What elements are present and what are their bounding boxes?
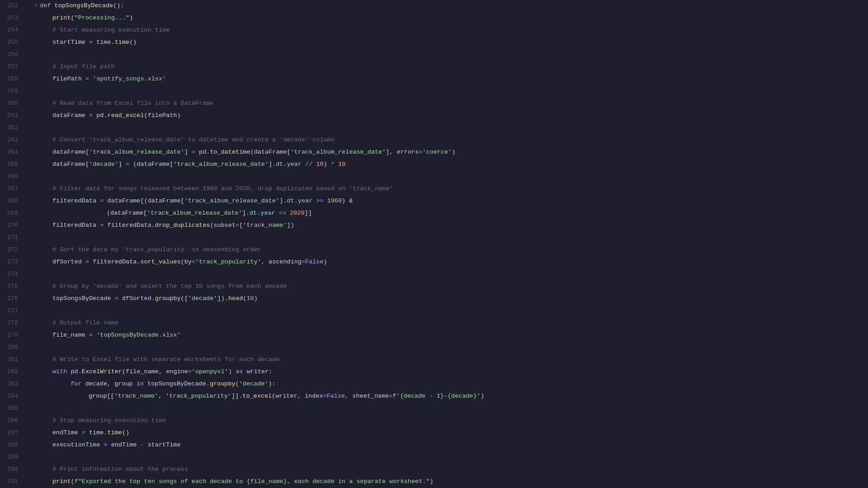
code-line: 270filteredData = filteredData.drop_dupl… — [0, 220, 484, 232]
code-line: 257# Input file path — [0, 61, 484, 73]
line-code: topSongsByDecade = dfSorted.groupby(['de… — [27, 294, 258, 303]
code-line: 276topSongsByDecade = dfSorted.groupby([… — [0, 293, 484, 305]
code-line: 267# Filter data for songs released betw… — [0, 183, 484, 195]
line-number: 284 — [0, 392, 27, 401]
line-code: # Write to Excel file with separate work… — [27, 355, 279, 364]
line-number: 282 — [0, 367, 27, 376]
code-line: 261dataFrame = pd.read_excel(filePath) — [0, 110, 484, 122]
line-number: 255 — [0, 38, 27, 47]
line-number: 281 — [0, 355, 27, 364]
line-number: 259 — [0, 87, 27, 96]
line-code: filteredData = filteredData.drop_duplica… — [27, 221, 294, 230]
code-line: 258filePath = 'spotify_songs.xlsx' — [0, 73, 484, 85]
line-number: 269 — [0, 209, 27, 218]
code-lines: 252▾def topSongsByDecade():253print("Pro… — [0, 0, 484, 488]
code-line: 268filteredData = dataFrame[(dataFrame['… — [0, 195, 484, 207]
line-number: 289 — [0, 453, 27, 462]
line-code: (dataFrame['track_album_release_date'].d… — [27, 209, 312, 218]
line-code: ▾def topSongsByDecade(): — [27, 1, 124, 10]
code-line: 287endTime = time.time() — [0, 427, 484, 439]
line-code: filteredData = dataFrame[(dataFrame['tra… — [27, 197, 353, 206]
line-number: 262 — [0, 123, 27, 132]
line-number: 272 — [0, 245, 27, 254]
line-number: 253 — [0, 14, 27, 23]
code-line: 266 — [0, 171, 484, 183]
line-code: print(f"Exported the top ten songs of ea… — [27, 477, 434, 486]
code-line: 288executionTime = endTime - startTime — [0, 439, 484, 451]
code-line: 259 — [0, 85, 484, 98]
line-number: 274 — [0, 270, 27, 279]
line-code: # Convert 'track_album_release_date' to … — [27, 136, 335, 145]
line-code: # Read data from Excel file into a DataF… — [27, 99, 213, 108]
line-number: 273 — [0, 258, 27, 267]
line-code: # Print information about the process — [27, 465, 188, 474]
code-line: 283for decade, group in topSongsByDecade… — [0, 378, 484, 390]
code-line: 264dataFrame['track_album_release_date']… — [0, 146, 484, 159]
line-number: 288 — [0, 441, 27, 450]
line-code: dataFrame['decade'] = (dataFrame['track_… — [27, 160, 345, 169]
line-number: 252 — [0, 1, 27, 10]
line-code: with pd.ExcelWriter(file_name, engine='o… — [27, 367, 272, 376]
line-code: # Filter data for songs released between… — [27, 184, 393, 193]
code-line: 272# Sort the data by 'track_popularity'… — [0, 244, 484, 256]
code-line: 255startTime = time.time() — [0, 37, 484, 49]
line-number: 256 — [0, 50, 27, 59]
line-number: 276 — [0, 294, 27, 303]
line-code: # Input file path — [27, 62, 115, 71]
line-number: 287 — [0, 428, 27, 437]
line-code: # Sort the data by 'track_popularity' in… — [27, 245, 261, 254]
line-number: 286 — [0, 416, 27, 425]
line-number: 279 — [0, 331, 27, 340]
code-line: 279file_name = 'topSongsByDecade.xlsx' — [0, 329, 484, 342]
line-code: endTime = time.time() — [27, 428, 129, 437]
code-line: 269(dataFrame['track_album_release_date'… — [0, 207, 484, 220]
code-line: 263# Convert 'track_album_release_date' … — [0, 134, 484, 146]
line-number: 260 — [0, 99, 27, 108]
line-number: 270 — [0, 221, 27, 230]
code-line: 278# Output file name — [0, 317, 484, 329]
line-number: 267 — [0, 184, 27, 193]
code-line: 271 — [0, 232, 484, 244]
line-number: 285 — [0, 404, 27, 413]
line-number: 258 — [0, 75, 27, 84]
code-line: 285 — [0, 403, 484, 415]
line-number: 263 — [0, 136, 27, 145]
code-editor: 252▾def topSongsByDecade():253print("Pro… — [0, 0, 868, 488]
line-number: 265 — [0, 160, 27, 169]
line-code: dataFrame['track_album_release_date'] = … — [27, 148, 455, 157]
line-number: 254 — [0, 26, 27, 35]
line-code: file_name = 'topSongsByDecade.xlsx' — [27, 331, 181, 340]
code-line: 274 — [0, 268, 484, 281]
line-code: group[['track_name', 'track_popularity']… — [27, 392, 484, 401]
line-code: # Output file name — [27, 319, 118, 328]
line-number: 257 — [0, 62, 27, 71]
line-number: 264 — [0, 148, 27, 157]
line-number: 280 — [0, 343, 27, 352]
code-line: 284group[['track_name', 'track_popularit… — [0, 390, 484, 403]
line-code: dataFrame = pd.read_excel(filePath) — [27, 111, 181, 120]
code-line: 286# Stop measuring execution time — [0, 415, 484, 427]
line-number: 277 — [0, 306, 27, 315]
line-number: 271 — [0, 233, 27, 242]
line-code: dfSorted = filteredData.sort_values(by='… — [27, 258, 327, 267]
line-number: 275 — [0, 282, 27, 291]
code-line: 291print(f"Exported the top ten songs of… — [0, 476, 484, 488]
code-line: 273dfSorted = filteredData.sort_values(b… — [0, 256, 484, 268]
code-line: 256 — [0, 49, 484, 61]
code-line: 252▾def topSongsByDecade(): — [0, 0, 484, 12]
code-line: 280 — [0, 342, 484, 354]
line-code: # Group by 'decade' and select the top 1… — [27, 282, 287, 291]
code-line: 277 — [0, 305, 484, 317]
code-line: 254# Start measuring execution time — [0, 24, 484, 37]
line-number: 266 — [0, 172, 27, 181]
line-number: 261 — [0, 111, 27, 120]
line-code: executionTime = endTime - startTime — [27, 441, 181, 450]
code-line: 275# Group by 'decade' and select the to… — [0, 281, 484, 293]
line-number: 278 — [0, 319, 27, 328]
line-number: 290 — [0, 465, 27, 474]
code-line: 281# Write to Excel file with separate w… — [0, 354, 484, 366]
code-line: 282with pd.ExcelWriter(file_name, engine… — [0, 366, 484, 378]
line-code: print("Processing...") — [27, 14, 133, 23]
code-line: 290# Print information about the process — [0, 464, 484, 476]
code-line: 253print("Processing...") — [0, 12, 484, 24]
